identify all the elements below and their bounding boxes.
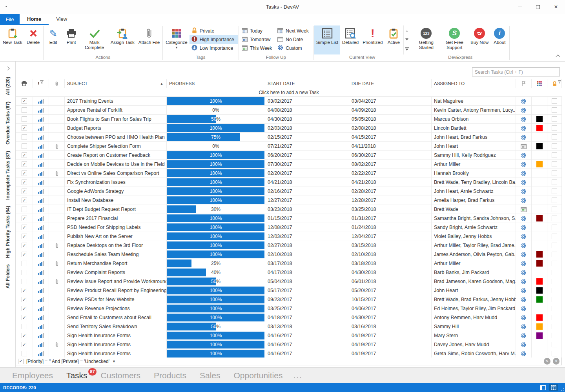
cell-complete[interactable]: ✓ xyxy=(16,331,33,340)
close-filter-button[interactable]: × xyxy=(553,358,560,365)
cell-assigned-to[interactable]: Nat Maguiree xyxy=(432,97,516,106)
cell-followup-flag[interactable] xyxy=(516,259,532,268)
cell-due-date[interactable]: 04/19/2017 xyxy=(349,340,432,349)
cell-category[interactable] xyxy=(532,133,547,142)
module-tab-products[interactable]: Products xyxy=(147,371,193,380)
cell-assigned-to[interactable]: Marcus Orbison xyxy=(432,115,516,124)
cell-complete[interactable]: ✓ xyxy=(16,187,33,196)
cell-followup-flag[interactable] xyxy=(516,178,532,187)
cell-subject[interactable]: Decide on Mobile Devices to Use in the F… xyxy=(65,160,167,169)
cell-due-date[interactable]: 01/31/2017 xyxy=(349,214,432,223)
complete-checkbox[interactable]: ✓ xyxy=(22,198,27,203)
cell-private[interactable] xyxy=(547,214,562,223)
module-tab-customers[interactable]: Customers xyxy=(94,371,148,380)
cell-followup-flag[interactable] xyxy=(516,295,532,304)
no-date-button[interactable]: No Date xyxy=(275,35,312,44)
cell-subject[interactable]: Replace Desktops on the 3rd Floor xyxy=(65,241,167,250)
cell-start-date[interactable]: 12/27/2017 xyxy=(265,196,349,205)
cell-private[interactable] xyxy=(547,205,562,214)
complete-checkbox[interactable]: ✓ xyxy=(22,98,27,104)
cell-subject[interactable]: Publish New Art on the Server xyxy=(65,232,167,241)
cell-priority[interactable] xyxy=(33,286,49,295)
assign-task-button[interactable]: Assign Task xyxy=(109,25,137,54)
cell-complete[interactable] xyxy=(16,259,33,268)
private-checkbox[interactable] xyxy=(552,315,557,320)
cell-priority[interactable] xyxy=(33,259,49,268)
cell-complete[interactable]: ✓ xyxy=(16,196,33,205)
cell-start-date[interactable]: 03/17/2018 xyxy=(265,259,349,268)
cell-followup-flag[interactable] xyxy=(516,268,532,277)
cell-assigned-to[interactable]: Sandy Bright, Arnie Schwartz xyxy=(432,223,516,232)
cell-private[interactable] xyxy=(547,349,562,358)
table-row[interactable]: ✓Review Revenue Projections 100% 100%03/… xyxy=(16,304,562,313)
table-row[interactable]: ✓Reschedule Sales Team Meeting 100% 100%… xyxy=(16,250,562,259)
table-row[interactable]: ✓Fix Synchronization Issues 100% 100%04/… xyxy=(16,178,562,187)
cell-category[interactable] xyxy=(532,349,547,358)
cell-subject[interactable]: Create Report on Customer Feedback xyxy=(65,151,167,160)
private-checkbox[interactable] xyxy=(552,207,557,212)
cell-private[interactable] xyxy=(547,241,562,250)
cell-due-date[interactable]: 04/21/2018 xyxy=(349,178,432,187)
complete-checkbox[interactable]: ✓ xyxy=(22,189,27,194)
cell-assigned-to[interactable]: Amelia Harper, Brad Farkus xyxy=(432,196,516,205)
complete-checkbox[interactable] xyxy=(22,270,27,275)
table-row[interactable]: ✓Review Product Recall Report by Enginee… xyxy=(16,286,562,295)
cell-category[interactable] xyxy=(532,205,547,214)
cell-priority[interactable] xyxy=(33,97,49,106)
table-row[interactable]: Sign Health Insurance Forms 100% 100%04/… xyxy=(16,349,562,358)
private-checkbox[interactable] xyxy=(552,152,557,158)
cell-priority[interactable] xyxy=(33,295,49,304)
private-checkbox[interactable] xyxy=(552,270,557,275)
cell-priority[interactable] xyxy=(33,340,49,349)
cell-assigned-to[interactable]: Greta Sims, Robin Cosworth, Harv M... xyxy=(432,349,516,358)
minimize-button[interactable] xyxy=(511,0,529,14)
cell-category[interactable] xyxy=(532,124,547,133)
cell-complete[interactable] xyxy=(16,133,33,142)
complete-checkbox[interactable]: ✓ xyxy=(22,162,27,167)
table-row[interactable]: ✓Sign Health Insurance Forms 100% 100%04… xyxy=(16,340,562,349)
module-tab-employees[interactable]: Employees xyxy=(5,371,60,380)
private-checkbox[interactable] xyxy=(552,234,557,239)
today-button[interactable]: Today xyxy=(240,27,275,35)
table-row[interactable]: ✓Review PSDs for New Website 100% 100%09… xyxy=(16,295,562,304)
cell-priority[interactable] xyxy=(33,196,49,205)
cell-complete[interactable]: ✓ xyxy=(16,223,33,232)
cell-due-date[interactable]: 03/18/2018 xyxy=(349,259,432,268)
ribbon-collapse-chevron[interactable] xyxy=(556,54,560,59)
cell-complete[interactable]: ✓ xyxy=(16,124,33,133)
edit-button[interactable]: ✎ Edit xyxy=(44,25,62,54)
private-checkbox[interactable] xyxy=(552,351,557,356)
cell-assigned-to[interactable]: Hannah Brookly xyxy=(432,169,516,178)
private-checkbox[interactable] xyxy=(552,261,557,266)
cell-followup-flag[interactable] xyxy=(516,349,532,358)
cell-followup-flag[interactable] xyxy=(516,151,532,160)
cell-complete[interactable]: ✓ xyxy=(16,250,33,259)
complete-checkbox[interactable]: ✓ xyxy=(22,216,27,221)
cell-category[interactable] xyxy=(532,142,547,151)
cell-category[interactable] xyxy=(532,286,547,295)
complete-checkbox[interactable] xyxy=(22,207,27,212)
cell-subject[interactable]: Return Merchandise Report xyxy=(65,259,167,268)
table-row[interactable]: ✓Create Report on Customer Feedback 100%… xyxy=(16,151,562,160)
header-priority-column[interactable]: ! xyxy=(33,79,49,88)
cell-private[interactable] xyxy=(547,178,562,187)
cell-private[interactable] xyxy=(547,304,562,313)
cell-private[interactable] xyxy=(547,259,562,268)
cell-private[interactable] xyxy=(547,250,562,259)
gallery-more-button[interactable] xyxy=(404,45,410,54)
cell-subject[interactable]: Review Issue Report and Provide Workarou… xyxy=(65,277,167,286)
cell-private[interactable] xyxy=(547,322,562,331)
cell-followup-flag[interactable] xyxy=(516,106,532,115)
cell-due-date[interactable]: 01/24/2018 xyxy=(349,223,432,232)
tab-home[interactable]: Home xyxy=(20,14,49,25)
cell-priority[interactable] xyxy=(33,304,49,313)
cell-assigned-to[interactable]: Ed Holmes, Taylor Riley, Jim Packard xyxy=(432,304,516,313)
cell-assigned-to[interactable]: Davey Jones, Harv Mudd xyxy=(432,340,516,349)
cell-private[interactable] xyxy=(547,286,562,295)
cell-priority[interactable] xyxy=(33,214,49,223)
cell-due-date[interactable]: 10/15/2017 xyxy=(349,295,432,304)
panel-view-button[interactable] xyxy=(538,384,548,391)
edit-filter-button[interactable]: ✎ xyxy=(544,358,550,365)
cell-subject[interactable]: Sign Health Insurance Forms xyxy=(65,349,167,358)
table-row[interactable]: Return Merchandise Report 25% 25%03/17/2… xyxy=(16,259,562,268)
